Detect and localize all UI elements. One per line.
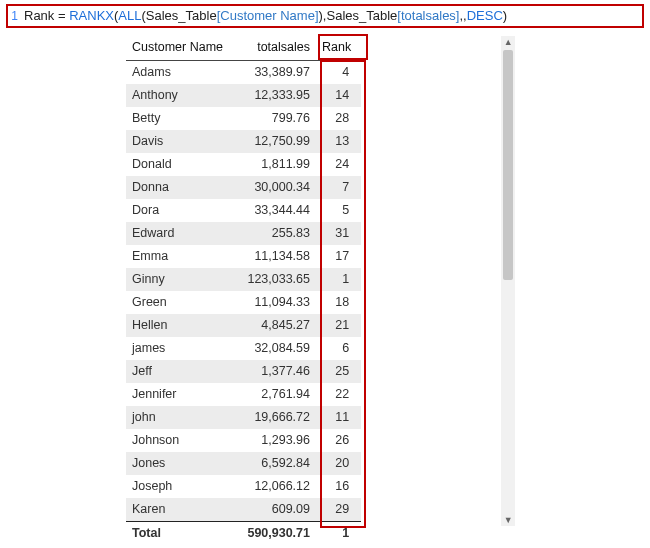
cell-rank: 13 (316, 130, 361, 153)
cell-customer-name: Jeff (126, 360, 236, 383)
cell-totalsales: 1,811.99 (236, 153, 316, 176)
header-rank[interactable]: Rank (316, 36, 361, 61)
cell-rank: 26 (316, 429, 361, 452)
cell-totalsales: 255.83 (236, 222, 316, 245)
table-row[interactable]: Davis12,750.9913 (126, 130, 361, 153)
table-row[interactable]: Dora33,344.445 (126, 199, 361, 222)
cell-customer-name: Donald (126, 153, 236, 176)
cell-customer-name: Emma (126, 245, 236, 268)
cell-customer-name: Dora (126, 199, 236, 222)
total-label: Total (126, 522, 236, 545)
cell-totalsales: 4,845.27 (236, 314, 316, 337)
cell-totalsales: 799.76 (236, 107, 316, 130)
cell-totalsales: 11,134.58 (236, 245, 316, 268)
cell-customer-name: Donna (126, 176, 236, 199)
cell-customer-name: Joseph (126, 475, 236, 498)
scroll-up-arrow-icon[interactable]: ▲ (501, 36, 515, 48)
header-totalsales[interactable]: totalsales (236, 36, 316, 61)
formula-bar[interactable]: 1 Rank = RANKX(ALL(Sales_Table[Customer … (6, 4, 644, 28)
table-row[interactable]: Hellen4,845.2721 (126, 314, 361, 337)
table-row[interactable]: john19,666.7211 (126, 406, 361, 429)
total-sales: 590,930.71 (236, 522, 316, 545)
cell-totalsales: 1,377.46 (236, 360, 316, 383)
cell-rank: 21 (316, 314, 361, 337)
table-row[interactable]: Jones6,592.8420 (126, 452, 361, 475)
table-body: Adams33,389.974Anthony12,333.9514Betty79… (126, 61, 361, 522)
cell-rank: 31 (316, 222, 361, 245)
cell-totalsales: 2,761.94 (236, 383, 316, 406)
cell-totalsales: 33,389.97 (236, 61, 316, 85)
table-row[interactable]: Green11,094.3318 (126, 291, 361, 314)
table-row[interactable]: Betty799.7628 (126, 107, 361, 130)
table-row[interactable]: Jeff1,377.4625 (126, 360, 361, 383)
table-total-row: Total 590,930.71 1 (126, 522, 361, 545)
cell-customer-name: Johnson (126, 429, 236, 452)
cell-totalsales: 123,033.65 (236, 268, 316, 291)
cell-rank: 4 (316, 61, 361, 85)
vertical-scrollbar[interactable]: ▲ ▼ (501, 36, 515, 526)
table-header-row: Customer Name totalsales Rank (126, 36, 361, 61)
table-row[interactable]: james32,084.596 (126, 337, 361, 360)
cell-rank: 18 (316, 291, 361, 314)
cell-totalsales: 12,750.99 (236, 130, 316, 153)
cell-customer-name: Edward (126, 222, 236, 245)
table-row[interactable]: Ginny123,033.651 (126, 268, 361, 291)
data-table: Customer Name totalsales Rank Adams33,38… (126, 36, 361, 544)
cell-totalsales: 30,000.34 (236, 176, 316, 199)
cell-rank: 29 (316, 498, 361, 522)
cell-customer-name: Hellen (126, 314, 236, 337)
table-row[interactable]: Donna30,000.347 (126, 176, 361, 199)
cell-rank: 28 (316, 107, 361, 130)
cell-customer-name: Green (126, 291, 236, 314)
cell-totalsales: 12,333.95 (236, 84, 316, 107)
cell-rank: 11 (316, 406, 361, 429)
cell-totalsales: 12,066.12 (236, 475, 316, 498)
cell-customer-name: Jennifer (126, 383, 236, 406)
cell-customer-name: Karen (126, 498, 236, 522)
cell-rank: 17 (316, 245, 361, 268)
total-rank: 1 (316, 522, 361, 545)
cell-totalsales: 11,094.33 (236, 291, 316, 314)
table-row[interactable]: Johnson1,293.9626 (126, 429, 361, 452)
cell-customer-name: john (126, 406, 236, 429)
scrollbar-thumb[interactable] (503, 50, 513, 280)
cell-customer-name: Adams (126, 61, 236, 85)
cell-rank: 24 (316, 153, 361, 176)
cell-totalsales: 1,293.96 (236, 429, 316, 452)
table-row[interactable]: Karen609.0929 (126, 498, 361, 522)
formula-line-number: 1 (10, 7, 24, 25)
cell-rank: 22 (316, 383, 361, 406)
table-row[interactable]: Anthony12,333.9514 (126, 84, 361, 107)
table-row[interactable]: Edward255.8331 (126, 222, 361, 245)
cell-customer-name: Ginny (126, 268, 236, 291)
table-row[interactable]: Donald1,811.9924 (126, 153, 361, 176)
table-row[interactable]: Joseph12,066.1216 (126, 475, 361, 498)
cell-totalsales: 6,592.84 (236, 452, 316, 475)
cell-rank: 14 (316, 84, 361, 107)
cell-customer-name: Davis (126, 130, 236, 153)
cell-rank: 6 (316, 337, 361, 360)
cell-rank: 20 (316, 452, 361, 475)
cell-totalsales: 19,666.72 (236, 406, 316, 429)
cell-totalsales: 32,084.59 (236, 337, 316, 360)
table-row[interactable]: Adams33,389.974 (126, 61, 361, 85)
table-row[interactable]: Jennifer2,761.9422 (126, 383, 361, 406)
cell-rank: 7 (316, 176, 361, 199)
cell-rank: 5 (316, 199, 361, 222)
cell-totalsales: 33,344.44 (236, 199, 316, 222)
cell-rank: 25 (316, 360, 361, 383)
cell-customer-name: Anthony (126, 84, 236, 107)
cell-customer-name: james (126, 337, 236, 360)
scroll-down-arrow-icon[interactable]: ▼ (501, 514, 515, 526)
table-row[interactable]: Emma11,134.5817 (126, 245, 361, 268)
header-customer-name[interactable]: Customer Name (126, 36, 236, 61)
cell-totalsales: 609.09 (236, 498, 316, 522)
cell-rank: 1 (316, 268, 361, 291)
formula-text: Rank = RANKX(ALL(Sales_Table[Customer Na… (24, 7, 507, 25)
cell-customer-name: Betty (126, 107, 236, 130)
data-table-container: Customer Name totalsales Rank Adams33,38… (126, 36, 361, 544)
cell-customer-name: Jones (126, 452, 236, 475)
cell-rank: 16 (316, 475, 361, 498)
